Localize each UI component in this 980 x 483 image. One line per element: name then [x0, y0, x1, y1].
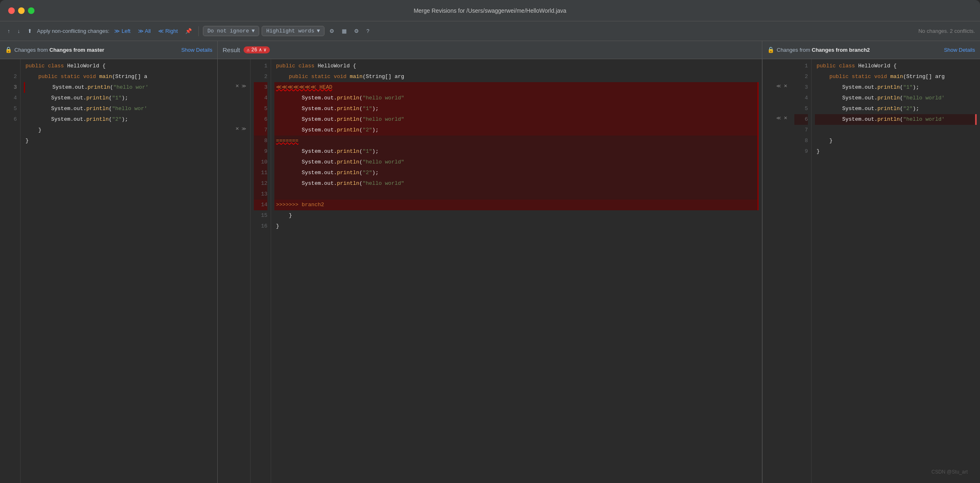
gear-button[interactable]: ⚙: [352, 26, 361, 36]
rln-6: 6: [254, 114, 267, 125]
ln-2: 2: [3, 71, 17, 82]
gutter-line-10: [218, 155, 250, 166]
ignore-dropdown[interactable]: Do not ignore ▼: [203, 26, 259, 36]
result-line-5: System.out.println("1");: [274, 104, 759, 114]
result-line-15: }: [274, 210, 759, 221]
left-code-area: public class HelloWorld { public static …: [21, 59, 217, 483]
reject-left-3[interactable]: ✕: [234, 83, 240, 89]
settings-button[interactable]: ⚙: [327, 26, 337, 36]
left-line-7: }: [24, 125, 214, 136]
accept-right-6[interactable]: ≪: [775, 115, 782, 121]
right-line-5: System.out.println("2");: [815, 104, 977, 114]
right-line-2: public static void main(String[] arg: [815, 71, 977, 82]
result-pane: Result ⚠ 26 ∧ ∨ ✕ ≫: [218, 41, 762, 483]
up-arrow-button[interactable]: ↑: [5, 26, 13, 36]
right-ln-9: 9: [794, 146, 808, 157]
gutter-line-15: [218, 209, 250, 219]
right-show-details[interactable]: Show Details: [944, 47, 975, 53]
left-button[interactable]: ≫ Left: [112, 26, 133, 36]
left-line-1: public class HelloWorld {: [24, 61, 214, 71]
right-line-9: }: [815, 146, 977, 157]
maximize-button[interactable]: [28, 7, 35, 14]
left-pane-body: 2 3 4 5 6 public class HelloWorld { publ…: [0, 59, 217, 483]
accept-right-3[interactable]: ≪: [775, 83, 782, 89]
rln-13: 13: [254, 189, 267, 200]
gutter-line-16: [218, 219, 250, 230]
accept-left-7[interactable]: ≫: [240, 126, 248, 132]
ignore-dropdown-arrow: ▼: [251, 28, 255, 34]
left-show-details[interactable]: Show Details: [181, 47, 212, 53]
conflict-nav-down[interactable]: ∨: [263, 47, 266, 53]
rln-14: 14: [254, 200, 267, 210]
rln-7: 7: [254, 125, 267, 136]
left-line-4: System.out.println("1");: [24, 93, 214, 104]
left-line-2: public static void main(String[] a: [24, 71, 214, 82]
right-ln-4: 4: [794, 93, 808, 104]
gutter-line-3: ✕ ≫: [218, 80, 250, 91]
right-gutter-3: ≪ ✕: [763, 80, 791, 91]
right-code-area: public class HelloWorld { public static …: [812, 59, 980, 483]
result-line-12: System.out.println("hello world": [274, 178, 759, 189]
result-line-3: ≪≪≪≪≪≪≪ HEAD: [274, 82, 759, 93]
result-pane-header: Result ⚠ 26 ∧ ∨: [218, 41, 762, 59]
right-gutter-9: [763, 145, 791, 155]
reject-right-3[interactable]: ✕: [782, 83, 789, 89]
gutter-line-14: [218, 198, 250, 209]
minimize-button[interactable]: [18, 7, 25, 14]
highlight-label: Highlight words: [266, 28, 314, 34]
rln-15: 15: [254, 210, 267, 221]
accept-left-3[interactable]: ≫: [240, 83, 248, 89]
left-pane-title: Changes from Changes from master: [14, 47, 104, 53]
lock-icon-left: 🔒: [5, 46, 12, 53]
result-line-9: System.out.println("1");: [274, 146, 759, 157]
right-line-numbers: 1 2 3 4 5 6 7 8 9: [791, 59, 812, 483]
right-ln-2: 2: [794, 71, 808, 82]
right-line-1: public class HelloWorld {: [815, 61, 977, 71]
reject-right-6[interactable]: ✕: [782, 115, 789, 121]
gutter-line-4: [218, 91, 250, 102]
left-pane: 🔒 Changes from Changes from master Show …: [0, 41, 218, 483]
rln-5: 5: [254, 104, 267, 114]
right-pane: 🔒 Changes from Changes from branch2 Show…: [762, 41, 980, 483]
rln-10: 10: [254, 157, 267, 168]
ln-5: 5: [3, 104, 17, 114]
ln-7: [3, 125, 17, 136]
left-line-3: System.out.println("hello wor': [24, 82, 214, 93]
conflict-nav-up[interactable]: ∧: [259, 47, 262, 53]
ln-3: 3: [3, 82, 17, 93]
traffic-lights: [8, 7, 35, 14]
all-button[interactable]: ≫ All: [136, 26, 153, 36]
highlight-dropdown[interactable]: Highlight words ▼: [262, 26, 324, 36]
left-pane-header: 🔒 Changes from Changes from master Show …: [0, 41, 217, 59]
left-line-6: System.out.println("2");: [24, 114, 214, 125]
down-arrow-button[interactable]: ↓: [15, 26, 23, 36]
rln-1: 1: [254, 61, 267, 71]
rln-2: 2: [254, 71, 267, 82]
toolbar: ↑ ↓ ⬆ Apply non-conflicting changes: ≫ L…: [0, 21, 980, 41]
rln-9: 9: [254, 146, 267, 157]
ignore-label: Do not ignore: [207, 28, 249, 34]
separator-1: [198, 26, 199, 36]
result-line-16: }: [274, 221, 759, 232]
ln-6: 6: [3, 114, 17, 125]
right-ln-8: 8: [794, 136, 808, 146]
result-pane-body: ✕ ≫ ✕ ≫: [218, 59, 762, 483]
apply-nonconflict-button[interactable]: ⬆: [25, 26, 35, 36]
rln-11: 11: [254, 168, 267, 178]
reject-left-7[interactable]: ✕: [234, 126, 240, 132]
close-button[interactable]: [8, 7, 15, 14]
right-gutter-4: [763, 91, 791, 102]
rln-12: 12: [254, 178, 267, 189]
right-ln-5: 5: [794, 104, 808, 114]
right-gutter-8: [763, 134, 791, 145]
right-button[interactable]: ≪ Right: [156, 26, 180, 36]
right-gutter-6: ≪ ✕: [763, 113, 791, 123]
pin-button[interactable]: 📌: [183, 26, 194, 36]
watermark: CSDN @Stu_art: [932, 469, 968, 475]
layout-button[interactable]: ▦: [339, 26, 349, 36]
gutter-line-5: [218, 102, 250, 113]
result-code-area: public class HelloWorld { public static …: [271, 59, 762, 483]
right-gutter-7: [763, 123, 791, 134]
result-header: Result ⚠ 26 ∧ ∨: [223, 46, 270, 53]
help-button[interactable]: ?: [364, 26, 372, 36]
